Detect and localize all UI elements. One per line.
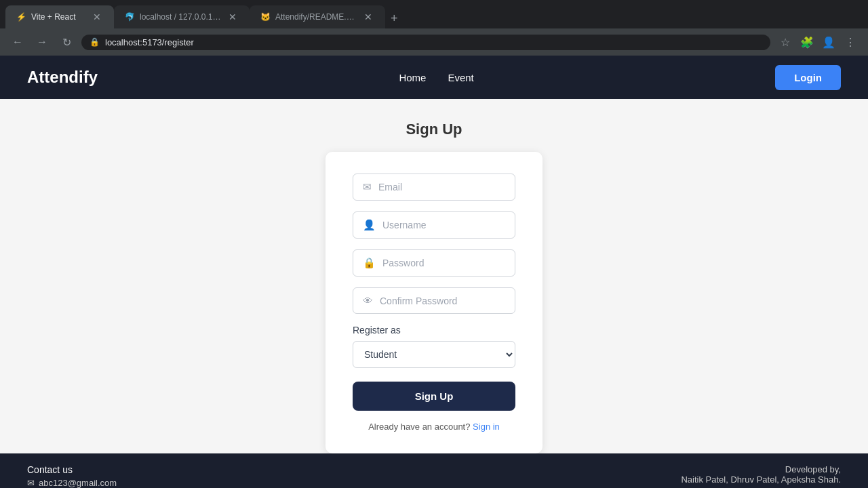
tab-title-2: localhost / 127.0.0.1 | phpMyA... (140, 12, 221, 22)
back-button[interactable]: ← (8, 33, 27, 52)
tab-bar: ⚡ Vite + React ✕ 🐬 localhost / 127.0.0.1… (0, 0, 868, 28)
browser-chrome: ⚡ Vite + React ✕ 🐬 localhost / 127.0.0.1… (0, 0, 868, 56)
menu-button[interactable]: ⋮ (841, 33, 860, 52)
username-input-group: 👤 (353, 211, 515, 239)
email-row: ✉ abc123@gmail.com (27, 478, 117, 488)
footer-left: Contact us ✉ abc123@gmail.com (27, 464, 117, 488)
developed-by-label: Developed by, (681, 464, 841, 474)
profile-button[interactable]: 👤 (819, 33, 838, 52)
email-icon: ✉ (363, 181, 372, 193)
email-field[interactable] (378, 182, 505, 192)
main-content: Sign Up ✉ 👤 🔒 👁 Regist (0, 99, 868, 453)
url-text: localhost:5173/register (105, 37, 762, 47)
contact-email: abc123@gmail.com (39, 478, 117, 488)
form-card: ✉ 👤 🔒 👁 Register as Student (326, 152, 542, 453)
app-wrapper: Attendify Home Event Login Sign Up ✉ 👤 🔒 (0, 56, 868, 488)
brand-name: Attendify (27, 68, 98, 87)
event-link[interactable]: Event (448, 72, 473, 83)
password-input-group: 🔒 (353, 249, 515, 277)
tab-close-3[interactable]: ✕ (362, 11, 374, 23)
signin-text: Already have an account? Sign in (353, 422, 515, 432)
toolbar-icons: ☆ 🧩 👤 ⋮ (776, 33, 860, 52)
login-button[interactable]: Login (775, 65, 841, 90)
footer-wrapper: Contact us ✉ abc123@gmail.com Developed … (0, 453, 868, 488)
tab-close-2[interactable]: ✕ (226, 11, 239, 23)
tab-2[interactable]: 🐬 localhost / 127.0.0.1 | phpMyA... ✕ (114, 5, 250, 28)
footer-right: Developed by, Naitik Patel, Dhruv Patel,… (681, 464, 841, 485)
tab-favicon-3: 🐱 (260, 12, 270, 22)
email-icon-footer: ✉ (27, 478, 35, 488)
register-as-label: Register as (353, 325, 515, 336)
forward-button[interactable]: → (33, 33, 52, 52)
home-link[interactable]: Home (399, 72, 426, 83)
new-tab-button[interactable]: + (385, 9, 403, 28)
confirm-password-input-group: 👁 (353, 287, 515, 314)
url-bar[interactable]: 🔒 localhost:5173/register (81, 35, 770, 50)
tab-title-3: Attendify/README.md at main ... (275, 12, 357, 22)
refresh-button[interactable]: ↻ (57, 33, 76, 52)
role-select[interactable]: Student Teacher Admin (353, 341, 515, 368)
tab-close-1[interactable]: ✕ (91, 11, 103, 23)
signin-prompt: Already have an account? (368, 422, 470, 432)
navbar-links: Home Event (399, 72, 473, 83)
password-field[interactable] (382, 258, 505, 268)
email-input-group: ✉ (353, 174, 515, 201)
extensions-button[interactable]: 🧩 (797, 33, 816, 52)
secure-icon: 🔒 (90, 37, 100, 47)
tab-favicon-2: 🐬 (125, 12, 134, 22)
developers-list: Naitik Patel, Dhruv Patel, Apeksha Shah. (681, 474, 841, 485)
eye-icon: 👁 (363, 295, 373, 306)
bookmark-button[interactable]: ☆ (776, 33, 795, 52)
user-icon: 👤 (363, 219, 376, 231)
username-field[interactable] (382, 220, 505, 230)
signup-button[interactable]: Sign Up (353, 382, 515, 411)
page-title: Sign Up (406, 121, 462, 138)
footer: Contact us ✉ abc123@gmail.com Developed … (0, 453, 868, 488)
tab-title-1: Vite + React (31, 12, 85, 22)
navbar: Attendify Home Event Login (0, 56, 868, 99)
tab-1[interactable]: ⚡ Vite + React ✕ (5, 5, 114, 28)
tab-3[interactable]: 🐱 Attendify/README.md at main ... ✕ (250, 5, 385, 28)
address-bar: ← → ↻ 🔒 localhost:5173/register ☆ 🧩 👤 ⋮ (0, 28, 868, 56)
contact-title: Contact us (27, 464, 117, 475)
signin-link[interactable]: Sign in (473, 422, 500, 432)
lock-icon: 🔒 (363, 257, 376, 269)
tab-favicon-1: ⚡ (16, 12, 26, 22)
confirm-password-field[interactable] (380, 296, 505, 306)
